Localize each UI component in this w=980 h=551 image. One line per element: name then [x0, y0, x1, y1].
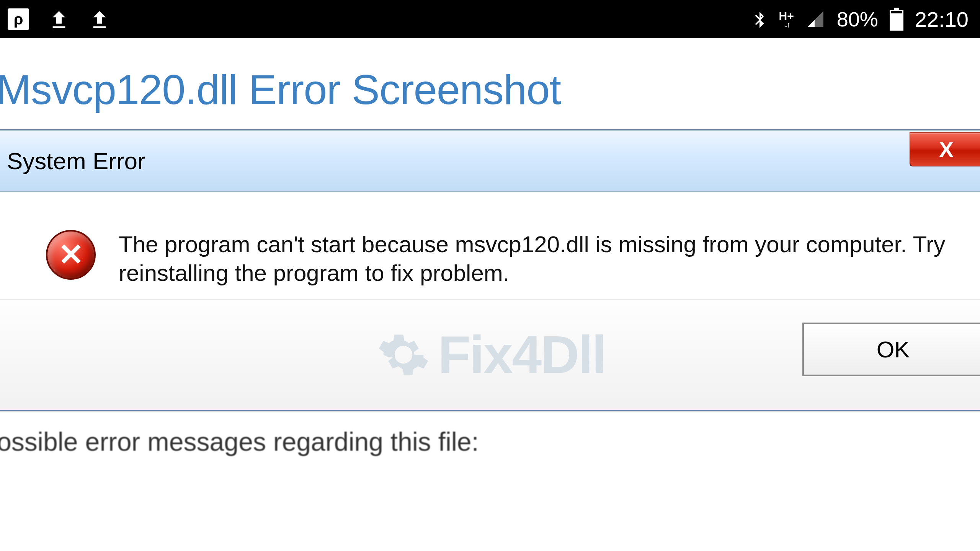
android-status-bar: ρ H+ ↓↑ 80% 22:10: [0, 0, 980, 38]
system-error-dialog: System Error X ✕ The program can't start…: [0, 129, 980, 411]
watermark-text: Fix4Dll: [438, 324, 606, 386]
gear-icon: [377, 328, 430, 381]
svg-rect-0: [894, 8, 899, 10]
bluetooth-icon: [751, 8, 768, 31]
ok-button[interactable]: OK: [802, 323, 980, 376]
close-button[interactable]: X: [910, 132, 980, 166]
dialog-titlebar: System Error X: [0, 130, 980, 192]
status-left-icons: ρ: [8, 8, 110, 30]
dialog-title: System Error: [7, 147, 145, 174]
dialog-message: The program can't start because msvcp120…: [119, 230, 959, 287]
mobile-data-hplus-icon: H+ ↓↑: [779, 11, 794, 28]
status-right-icons: H+ ↓↑ 80% 22:10: [751, 7, 969, 32]
page-content: Msvcp120.dll Error Screenshot System Err…: [0, 38, 980, 456]
hplus-label: H+: [779, 11, 794, 21]
battery-icon: [889, 8, 904, 31]
cutoff-text: ossible error messages regarding this fi…: [0, 411, 980, 456]
dialog-footer: Fix4Dll OK: [0, 299, 980, 410]
watermark: Fix4Dll: [377, 324, 606, 386]
upload-icon: [48, 8, 70, 30]
clock: 22:10: [915, 7, 969, 32]
page-heading: Msvcp120.dll Error Screenshot: [0, 38, 980, 129]
error-icon: ✕: [46, 230, 96, 280]
app-icon: ρ: [8, 8, 29, 30]
battery-percent: 80%: [837, 7, 878, 31]
upload-icon: [89, 8, 110, 30]
cell-signal-icon: [805, 10, 826, 29]
svg-rect-2: [891, 11, 902, 13]
dialog-body: ✕ The program can't start because msvcp1…: [0, 192, 980, 299]
